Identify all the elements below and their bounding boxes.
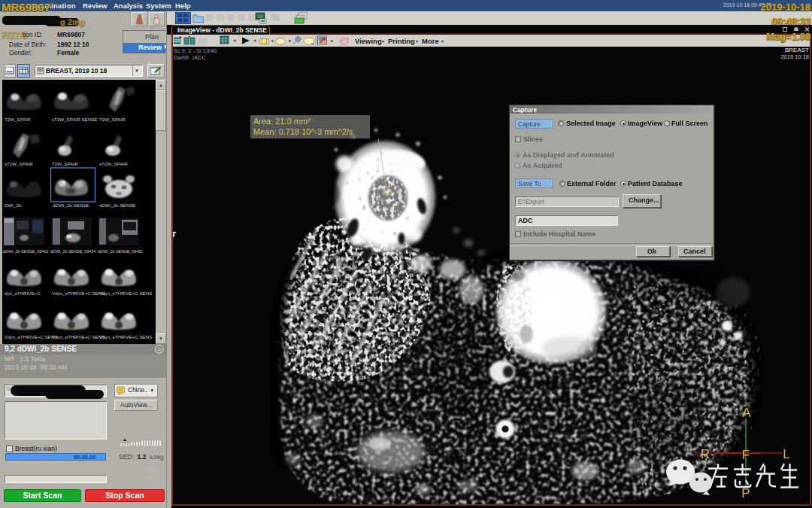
svg-text:Vdyn_eTHRIVE+C SENS: Vdyn_eTHRIVE+C SENS — [99, 291, 152, 296]
svg-text:dDWI_2b SENSE_09434: dDWI_2b SENSE_09434 — [50, 249, 95, 254]
svg-text:T2W_SPAIR: T2W_SPAIR — [52, 161, 78, 166]
svg-text:dDWI_2b SENSE_09402: dDWI_2b SENSE_09402 — [3, 249, 48, 254]
svg-text:dDWI_2b SENSE: dDWI_2b SENSE — [53, 202, 89, 208]
svg-text:T2W_SPAIR: T2W_SPAIR — [99, 117, 126, 122]
svg-text:F: F — [742, 448, 750, 462]
svg-text:P: P — [741, 486, 750, 500]
svg-text:sT2W_SPAIR: sT2W_SPAIR — [99, 161, 128, 166]
svg-text:R: R — [701, 447, 710, 461]
svg-text:DWI_2b: DWI_2b — [5, 202, 22, 208]
svg-text:Vdyn_eTHRIVE+C SENS: Vdyn_eTHRIVE+C SENS — [52, 291, 105, 296]
svg-text:Vdyn_eTHRIVE+C SENS: Vdyn_eTHRIVE+C SENS — [5, 334, 57, 339]
svg-text:sT2W_SPAIR SENSE: sT2W_SPAIR SENSE — [52, 117, 97, 122]
svg-text:L: L — [783, 447, 789, 461]
svg-text:dyn_eTHRIVE+C: dyn_eTHRIVE+C — [5, 291, 41, 296]
svg-text:sDWI_2b SENSE: sDWI_2b SENSE — [99, 202, 135, 208]
svg-text:A: A — [742, 406, 751, 420]
svg-text:dDWI_2b SENSE_09481: dDWI_2b SENSE_09481 — [98, 249, 143, 254]
svg-text:Vdyn_eTHRIVE+C SENS: Vdyn_eTHRIVE+C SENS — [99, 334, 152, 339]
svg-text:Vdyn_eTHRIVE+C SENS: Vdyn_eTHRIVE+C SENS — [52, 334, 105, 339]
svg-text:T2W_SPAIR: T2W_SPAIR — [5, 117, 31, 122]
svg-text:sT2W_SPAIR: sT2W_SPAIR — [5, 161, 33, 166]
